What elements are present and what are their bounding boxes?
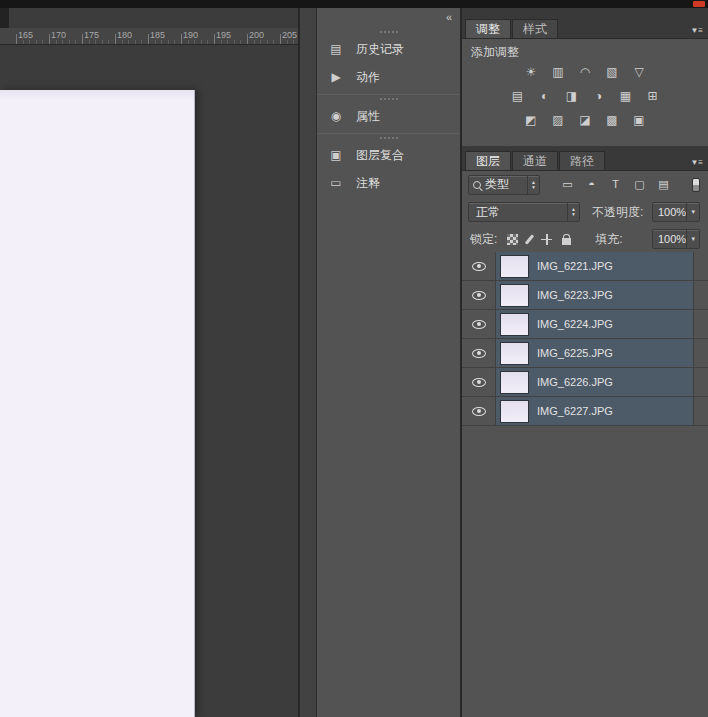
lock-all-icon[interactable] [562,238,571,245]
layer-thumbnail[interactable] [501,314,528,335]
pixel-layer-filter-icon[interactable]: ▭ [558,176,577,193]
layer-selection[interactable]: IMG_6226.JPG [496,368,693,396]
layer-row[interactable]: IMG_6226.JPG [462,368,708,397]
layer-name[interactable]: IMG_6224.JPG [537,318,613,330]
layer-row[interactable]: IMG_6225.JPG [462,339,708,368]
ruler-tick: 180 [117,30,132,40]
invert-icon[interactable]: ◩ [521,111,542,129]
blend-mode-dropdown[interactable]: 正常 ▲▼ [468,202,580,222]
layer-name[interactable]: IMG_6221.JPG [537,260,613,272]
layer-thumbnail[interactable] [501,401,528,422]
smart-object-filter-icon[interactable]: ▤ [654,176,673,193]
shape-layer-filter-icon[interactable]: ▢ [630,176,649,193]
drag-grip[interactable] [380,137,398,139]
opacity-dropdown[interactable]: 100% ▼ [652,202,700,222]
tab-layers[interactable]: 图层 [465,151,511,170]
visibility-cell[interactable] [462,281,496,309]
ruler-tick: 200 [249,30,264,40]
posterize-icon[interactable]: ▨ [548,111,569,129]
layer-row-gutter [693,397,708,425]
layer-name[interactable]: IMG_6226.JPG [537,376,613,388]
panel-menu-icon[interactable]: ▼≡ [690,26,703,35]
panel-button-properties[interactable]: ◉ 属性 [317,102,460,130]
panel-button-history[interactable]: ▤ 历史记录 [317,35,460,63]
layer-name[interactable]: IMG_6227.JPG [537,405,613,417]
ruler-tick: 175 [84,30,99,40]
lock-transparent-pixels-icon[interactable] [507,234,518,245]
gradient-map-icon[interactable]: ▩ [602,111,623,129]
properties-icon: ◉ [327,109,345,123]
hue-saturation-icon[interactable]: ▤ [507,87,528,105]
layer-thumbnail[interactable] [501,256,528,277]
visibility-cell[interactable] [462,310,496,338]
eye-icon [472,262,486,271]
dock-group: ◉ 属性 [317,98,460,130]
dock-gutter [300,8,316,717]
layer-row[interactable]: IMG_6227.JPG [462,397,708,426]
lock-row: 锁定: 填充: 100% ▼ [462,226,708,252]
tab-paths[interactable]: 路径 [559,151,605,170]
dock-group: ▤ 历史记录 ▶ 动作 [317,31,460,91]
color-lookup-icon[interactable]: ⊞ [642,87,663,105]
photo-filter-icon[interactable]: ◑ [588,87,609,105]
layer-name[interactable]: IMG_6223.JPG [537,289,613,301]
collapse-to-icons-icon[interactable]: « [446,11,452,23]
filter-kind-value: 类型 [485,176,509,193]
lock-image-pixels-icon[interactable] [525,234,534,244]
vibrance-icon[interactable]: ▽ [629,63,650,81]
channel-mixer-icon[interactable]: ▦ [615,87,636,105]
layer-thumbnail[interactable] [501,372,528,393]
layer-thumbnail[interactable] [501,285,528,306]
layer-selection[interactable]: IMG_6224.JPG [496,310,693,338]
document-canvas[interactable] [0,90,195,717]
panel-button-layer-comps[interactable]: ▣ 图层复合 [317,141,460,169]
panel-button-label: 历史记录 [356,41,404,58]
black-white-icon[interactable]: ◨ [561,87,582,105]
filter-kind-dropdown[interactable]: 类型 ▲▼ [468,175,540,195]
window-top-bar [0,0,708,8]
layer-name[interactable]: IMG_6225.JPG [537,347,613,359]
tab-adjustments[interactable]: 调整 [465,19,511,38]
adjustment-layer-filter-icon[interactable]: ◓ [582,176,601,193]
layer-row[interactable]: IMG_6224.JPG [462,310,708,339]
layer-row-gutter [693,310,708,338]
dock-header: « [317,8,460,28]
eye-icon [472,320,486,329]
selective-color-icon[interactable]: ▣ [629,111,650,129]
visibility-cell[interactable] [462,397,496,425]
tab-styles[interactable]: 样式 [512,19,558,38]
fill-dropdown[interactable]: 100% ▼ [652,229,700,249]
threshold-icon[interactable]: ◪ [575,111,596,129]
window-close-button[interactable] [693,1,705,7]
layer-selection[interactable]: IMG_6223.JPG [496,281,693,309]
layer-row[interactable]: IMG_6221.JPG [462,252,708,281]
panel-menu-icon[interactable]: ▼≡ [690,158,703,167]
drag-grip[interactable] [380,31,398,33]
panel-button-actions[interactable]: ▶ 动作 [317,63,460,91]
eye-icon [472,291,486,300]
layer-row-gutter [693,281,708,309]
layer-selection[interactable]: IMG_6227.JPG [496,397,693,425]
fill-value: 100% [653,233,686,245]
layer-filtering-toggle[interactable] [692,178,700,192]
brightness-contrast-icon[interactable]: ☀ [521,63,542,81]
tab-channels[interactable]: 通道 [512,151,558,170]
history-icon: ▤ [327,42,345,56]
eye-icon [472,407,486,416]
color-balance-icon[interactable]: ◐ [534,87,555,105]
layer-selection[interactable]: IMG_6221.JPG [496,252,693,280]
lock-position-icon[interactable] [541,234,552,245]
curves-icon[interactable]: ◠ [575,63,596,81]
drag-grip[interactable] [380,98,398,100]
levels-icon[interactable]: ▥ [548,63,569,81]
layer-selection[interactable]: IMG_6225.JPG [496,339,693,367]
panel-button-notes[interactable]: ▭ 注释 [317,169,460,197]
panel-button-label: 图层复合 [356,147,404,164]
visibility-cell[interactable] [462,252,496,280]
visibility-cell[interactable] [462,368,496,396]
layer-row[interactable]: IMG_6223.JPG [462,281,708,310]
visibility-cell[interactable] [462,339,496,367]
exposure-icon[interactable]: ▧ [602,63,623,81]
type-layer-filter-icon[interactable]: T [606,176,625,193]
layer-thumbnail[interactable] [501,343,528,364]
